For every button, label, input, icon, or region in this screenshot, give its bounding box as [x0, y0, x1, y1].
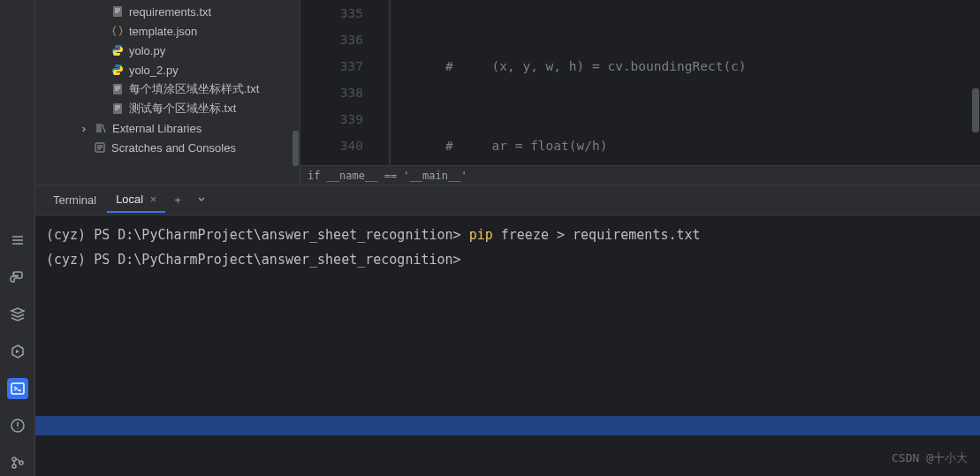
- terminal-body[interactable]: (cyz) PS D:\PyCharmProject\answer_sheet_…: [35, 215, 980, 476]
- json-icon: [110, 24, 125, 38]
- close-icon[interactable]: ×: [150, 193, 157, 206]
- tree-item-label: template.json: [129, 25, 197, 38]
- tree-scrollbar[interactable]: [292, 0, 300, 185]
- tree-item[interactable]: requirements.txt: [35, 2, 292, 21]
- python-console-icon[interactable]: [7, 267, 28, 288]
- code-editor[interactable]: 335 336 337 338 339 340 # (x, y, w, h) =…: [300, 0, 980, 185]
- tree-item-label: Scratches and Consoles: [111, 141, 236, 155]
- git-icon[interactable]: [7, 452, 28, 473]
- svg-rect-8: [113, 103, 122, 114]
- chevron-right-icon: ›: [79, 122, 89, 135]
- tree-item-label: yolo.py: [129, 44, 165, 57]
- new-terminal-button[interactable]: +: [167, 190, 188, 210]
- tree-item[interactable]: template.json: [35, 21, 292, 41]
- scrollbar-thumb[interactable]: [972, 88, 979, 132]
- terminal-line: (cyz) PS D:\PyCharmProject\answer_sheet_…: [46, 223, 969, 247]
- txt-icon: [110, 102, 125, 116]
- txt-icon: [110, 4, 125, 19]
- terminal-dropdown-button[interactable]: [190, 190, 213, 210]
- menu-icon[interactable]: [7, 230, 28, 251]
- watermark: CSDN @十小大: [892, 446, 968, 471]
- services-icon[interactable]: [7, 304, 28, 325]
- svg-point-4: [12, 465, 16, 468]
- tree-item[interactable]: yolo.py: [35, 41, 292, 60]
- terminal-selection: [35, 416, 980, 435]
- tool-window-bar: [0, 0, 35, 476]
- tree-item-label: 每个填涂区域坐标样式.txt: [129, 81, 259, 97]
- tree-item-label: 测试每个区域坐标.txt: [129, 101, 236, 117]
- svg-point-3: [12, 457, 16, 461]
- editor-scrollbar[interactable]: [971, 0, 980, 165]
- breadcrumb[interactable]: if __name__ == '__main__': [300, 165, 980, 185]
- terminal-title[interactable]: Terminal: [44, 188, 105, 212]
- main-area: requirements.txt template.json yolo.py y…: [35, 0, 980, 476]
- run-icon[interactable]: [7, 341, 28, 362]
- terminal-line: (cyz) PS D:\PyCharmProject\answer_sheet_…: [46, 247, 969, 272]
- tree-item-label: requirements.txt: [129, 5, 211, 19]
- scratches-consoles[interactable]: Scratches and Consoles: [35, 138, 292, 157]
- upper-pane: requirements.txt template.json yolo.py y…: [35, 0, 980, 185]
- scratches-icon: [93, 140, 107, 155]
- svg-point-0: [13, 273, 15, 275]
- project-tree[interactable]: requirements.txt template.json yolo.py y…: [35, 0, 292, 185]
- svg-rect-7: [113, 84, 122, 94]
- python-icon: [110, 63, 125, 77]
- problems-icon[interactable]: [7, 415, 28, 436]
- library-icon: [94, 121, 108, 135]
- external-libraries[interactable]: › External Libraries: [35, 118, 292, 138]
- txt-icon: [110, 82, 125, 96]
- line-gutter: 335 336 337 338 339 340: [300, 0, 384, 159]
- tree-item[interactable]: yolo_2.py: [35, 60, 292, 79]
- tree-item-label: External Libraries: [112, 122, 201, 135]
- terminal-tabs: Terminal Local × +: [35, 185, 980, 215]
- tree-item[interactable]: 每个填涂区域坐标样式.txt: [35, 79, 292, 99]
- terminal-panel: Terminal Local × + (cyz) PS D:\PyCharmPr…: [35, 185, 980, 476]
- code-content[interactable]: # (x, y, w, h) = cv.boundingRect(c) # ar…: [389, 0, 980, 185]
- terminal-icon[interactable]: [7, 378, 28, 399]
- svg-rect-6: [113, 6, 122, 17]
- tree-item-label: yolo_2.py: [129, 64, 179, 77]
- scrollbar-thumb[interactable]: [292, 131, 299, 166]
- python-icon: [110, 43, 125, 57]
- terminal-tab-local[interactable]: Local ×: [107, 187, 165, 213]
- tree-item[interactable]: 测试每个区域坐标.txt: [35, 99, 292, 118]
